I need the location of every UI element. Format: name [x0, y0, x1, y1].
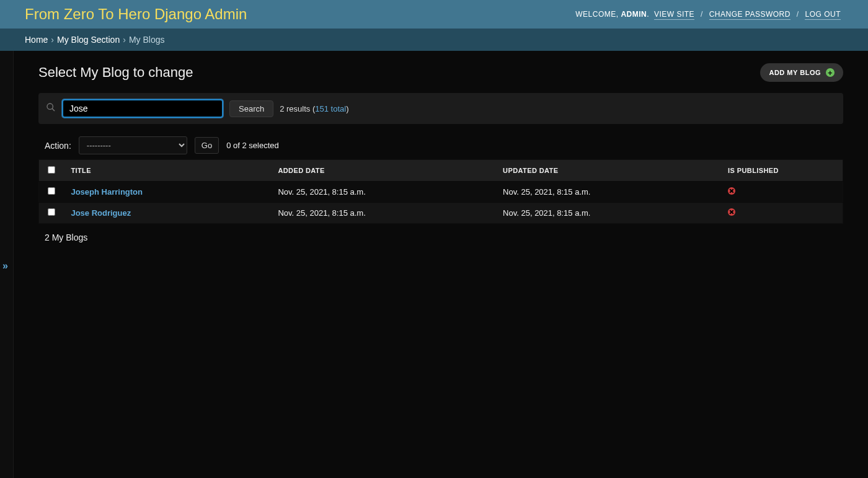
column-header-is-published[interactable]: IS PUBLISHED — [720, 160, 843, 182]
content-area: Select My Blog to change ADD MY BLOG + S… — [14, 51, 868, 478]
separator-slash: / — [701, 10, 703, 19]
table-row: Jose Rodriguez Nov. 25, 2021, 8:15 a.m. … — [39, 203, 843, 224]
action-bar: Action: --------- Go 0 of 2 selected — [45, 136, 843, 154]
row-is-published — [720, 182, 843, 203]
view-site-link[interactable]: VIEW SITE — [654, 10, 694, 20]
add-my-blog-label: ADD MY BLOG — [769, 69, 821, 76]
row-checkbox[interactable] — [48, 208, 55, 216]
selection-count: 0 of 2 selected — [226, 141, 279, 150]
add-my-blog-button[interactable]: ADD MY BLOG + — [760, 63, 843, 82]
breadcrumb-home[interactable]: Home — [25, 35, 48, 45]
row-checkbox[interactable] — [48, 187, 55, 195]
sidebar-toggle-icon[interactable]: » — [2, 260, 8, 272]
column-header-updated-date[interactable]: UPDATED DATE — [495, 160, 720, 182]
row-updated-date: Nov. 25, 2021, 8:15 a.m. — [495, 203, 720, 224]
breadcrumb-section[interactable]: My Blog Section — [57, 35, 120, 45]
separator-dot: . — [647, 10, 649, 19]
result-count: 2 My Blogs — [45, 232, 843, 242]
breadcrumb-current: My Blogs — [129, 35, 165, 45]
separator-slash: / — [797, 10, 799, 19]
breadcrumb-separator: › — [51, 35, 54, 45]
search-button[interactable]: Search — [229, 100, 273, 117]
select-all-header — [39, 160, 64, 182]
table-row: Joseph Harrington Nov. 25, 2021, 8:15 a.… — [39, 182, 843, 203]
search-total-link[interactable]: 151 total — [315, 104, 346, 113]
action-label: Action: — [45, 141, 71, 151]
plus-icon: + — [826, 68, 835, 77]
no-icon — [728, 208, 735, 216]
logout-link[interactable]: LOG OUT — [805, 10, 841, 20]
header-bar: From Zero To Hero Django Admin WELCOME, … — [0, 0, 868, 29]
search-input[interactable] — [62, 99, 223, 118]
row-added-date: Nov. 25, 2021, 8:15 a.m. — [270, 203, 495, 224]
search-results-info: 2 results (151 total) — [280, 104, 348, 113]
user-tools: WELCOME, ADMIN. VIEW SITE / CHANGE PASSW… — [575, 10, 843, 19]
breadcrumb: Home › My Blog Section › My Blogs — [0, 29, 868, 51]
row-added-date: Nov. 25, 2021, 8:15 a.m. — [270, 182, 495, 203]
search-results-count: 2 results ( — [280, 104, 315, 113]
results-table: TITLE ADDED DATE UPDATED DATE IS PUBLISH… — [38, 159, 843, 224]
select-all-checkbox[interactable] — [48, 166, 55, 174]
action-select[interactable]: --------- — [79, 136, 187, 154]
go-button[interactable]: Go — [195, 137, 219, 154]
row-updated-date: Nov. 25, 2021, 8:15 a.m. — [495, 182, 720, 203]
no-icon — [728, 187, 735, 195]
table-header-row: TITLE ADDED DATE UPDATED DATE IS PUBLISH… — [39, 160, 843, 182]
column-header-added-date[interactable]: ADDED DATE — [270, 160, 495, 182]
row-is-published — [720, 203, 843, 224]
svg-line-1 — [52, 108, 55, 111]
site-branding[interactable]: From Zero To Hero Django Admin — [25, 6, 247, 23]
column-header-title[interactable]: TITLE — [63, 160, 270, 182]
page-title: Select My Blog to change — [38, 64, 193, 81]
current-username: ADMIN — [621, 10, 647, 19]
search-bar: Search 2 results (151 total) — [38, 93, 843, 124]
object-tools-row: Select My Blog to change ADD MY BLOG + — [38, 63, 843, 82]
breadcrumb-separator: › — [123, 35, 126, 45]
sidebar-strip: » — [0, 51, 14, 478]
search-icon — [46, 102, 56, 115]
change-password-link[interactable]: CHANGE PASSWORD — [709, 10, 790, 20]
welcome-label: WELCOME, — [575, 10, 618, 19]
row-title-link[interactable]: Jose Rodriguez — [71, 208, 131, 218]
row-title-link[interactable]: Joseph Harrington — [71, 187, 143, 197]
search-results-suffix: ) — [346, 104, 348, 113]
svg-point-0 — [47, 104, 53, 109]
